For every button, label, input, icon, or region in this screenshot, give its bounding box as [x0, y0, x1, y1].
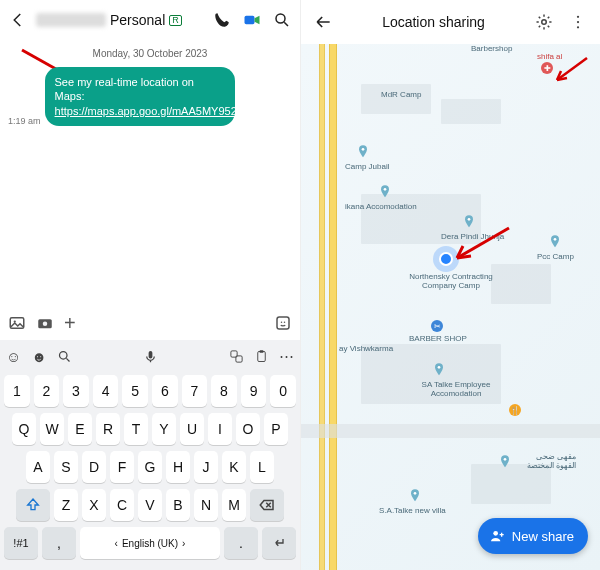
poi-label: SA Talke Employee Accomodation [401, 380, 511, 398]
message-link[interactable]: https://maps.app.goo.gl/mAA5MY952aJAc3 [55, 105, 268, 117]
svg-point-5 [43, 322, 48, 327]
sticker-icon[interactable] [274, 314, 292, 332]
svg-rect-10 [149, 350, 153, 358]
highway-2 [319, 44, 325, 570]
key-8[interactable]: 8 [211, 375, 237, 407]
shop-poi-icon[interactable]: ✂ [431, 320, 443, 332]
key-f[interactable]: F [110, 451, 134, 483]
poi-label: Dera Pindi Jhunja [441, 232, 504, 241]
contact-suffix: Personal [110, 12, 165, 28]
key-3[interactable]: 3 [63, 375, 89, 407]
key-d[interactable]: D [82, 451, 106, 483]
key-1[interactable]: 1 [4, 375, 30, 407]
svg-point-7 [280, 322, 282, 324]
map-canvas[interactable]: Barbershop ✚ shifa al MdR Camp Camp Juba… [301, 44, 600, 570]
camera-icon[interactable] [36, 314, 54, 332]
street [301, 424, 600, 438]
map-pin-icon[interactable] [461, 214, 477, 230]
gallery-icon[interactable] [8, 314, 26, 332]
key-b[interactable]: B [166, 489, 190, 521]
sent-message-bubble[interactable]: See my real-time location on Maps: https… [45, 67, 235, 126]
enter-key[interactable] [262, 527, 296, 559]
food-poi-icon[interactable]: 🍴 [509, 404, 521, 416]
map-pin-icon[interactable] [355, 144, 371, 160]
sticker-kbd-icon[interactable]: ☻ [31, 348, 47, 365]
building [361, 84, 431, 114]
poi-label: Camp Jubail [345, 162, 389, 171]
gear-icon[interactable] [532, 10, 556, 34]
key-h[interactable]: H [166, 451, 190, 483]
keyboard-toolbar: ☺ ☻ ⋯ [0, 340, 300, 372]
mic-icon[interactable] [143, 349, 158, 364]
key-n[interactable]: N [194, 489, 218, 521]
shift-key[interactable] [16, 489, 50, 521]
contact-title[interactable]: Personal R [36, 12, 204, 28]
poi-label: ay Vishwkarma [339, 344, 393, 353]
language-label: English (UK) [122, 538, 178, 549]
fab-label: New share [512, 529, 574, 544]
map-pin-icon[interactable] [377, 184, 393, 200]
key-m[interactable]: M [222, 489, 246, 521]
period-key[interactable]: . [224, 527, 258, 559]
key-l[interactable]: L [250, 451, 274, 483]
key-t[interactable]: T [124, 413, 148, 445]
my-location-dot[interactable] [439, 252, 453, 266]
key-v[interactable]: V [138, 489, 162, 521]
back-arrow-icon[interactable] [311, 10, 335, 34]
key-7[interactable]: 7 [182, 375, 208, 407]
symbols-key[interactable]: !#1 [4, 527, 38, 559]
map-pin-icon[interactable] [407, 488, 423, 504]
back-icon[interactable] [6, 8, 30, 32]
key-z[interactable]: Z [54, 489, 78, 521]
map-pin-icon[interactable] [497, 454, 513, 470]
message-input[interactable] [96, 316, 264, 331]
keyboard[interactable]: ☺ ☻ ⋯ 1234567890 QWERTYUIOP ASDFGHJKL [0, 340, 300, 570]
plus-icon[interactable]: + [64, 312, 76, 335]
svg-point-19 [362, 148, 365, 151]
backspace-key[interactable] [250, 489, 284, 521]
search-kbd-icon[interactable] [57, 349, 72, 364]
medical-poi-icon[interactable]: ✚ [541, 62, 553, 74]
clipboard-icon[interactable] [254, 349, 269, 364]
key-j[interactable]: J [194, 451, 218, 483]
key-a[interactable]: A [26, 451, 50, 483]
key-p[interactable]: P [264, 413, 288, 445]
key-s[interactable]: S [54, 451, 78, 483]
key-4[interactable]: 4 [93, 375, 119, 407]
key-u[interactable]: U [180, 413, 204, 445]
messaging-pane: Personal R Monday, 30 October 2023 1:19 … [0, 0, 300, 570]
comma-key[interactable]: , [42, 527, 76, 559]
key-i[interactable]: I [208, 413, 232, 445]
search-icon[interactable] [270, 8, 294, 32]
key-x[interactable]: X [82, 489, 106, 521]
more-icon[interactable] [566, 10, 590, 34]
video-call-icon[interactable] [240, 8, 264, 32]
language-key[interactable]: ‹ English (UK) › [80, 527, 220, 559]
key-0[interactable]: 0 [270, 375, 296, 407]
map-pin-icon[interactable] [547, 234, 563, 250]
new-share-button[interactable]: New share [478, 518, 588, 554]
key-c[interactable]: C [110, 489, 134, 521]
key-q[interactable]: Q [12, 413, 36, 445]
kbd-more-icon[interactable]: ⋯ [279, 347, 294, 365]
key-y[interactable]: Y [152, 413, 176, 445]
key-r[interactable]: R [96, 413, 120, 445]
key-2[interactable]: 2 [34, 375, 60, 407]
emoji-icon[interactable]: ☺ [6, 348, 21, 365]
map-pin-icon[interactable] [431, 362, 447, 378]
phone-icon[interactable] [210, 8, 234, 32]
svg-point-21 [468, 218, 471, 221]
key-6[interactable]: 6 [152, 375, 178, 407]
key-5[interactable]: 5 [122, 375, 148, 407]
key-w[interactable]: W [40, 413, 64, 445]
maps-title: Location sharing [345, 14, 522, 30]
svg-rect-14 [260, 350, 264, 353]
key-e[interactable]: E [68, 413, 92, 445]
key-g[interactable]: G [138, 451, 162, 483]
key-9[interactable]: 9 [241, 375, 267, 407]
messaging-header: Personal R [0, 0, 300, 40]
key-k[interactable]: K [222, 451, 246, 483]
translate-icon[interactable] [229, 349, 244, 364]
svg-point-8 [283, 322, 285, 324]
key-o[interactable]: O [236, 413, 260, 445]
